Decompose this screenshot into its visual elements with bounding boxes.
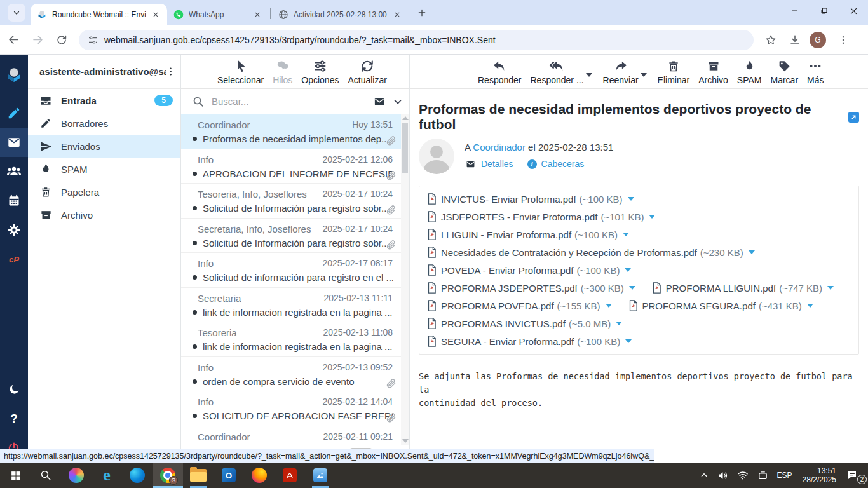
- new-tab-button[interactable]: [414, 4, 430, 21]
- help-button[interactable]: ?: [0, 404, 28, 433]
- restore-button[interactable]: [810, 0, 839, 22]
- scroll-up-icon[interactable]: [402, 116, 409, 120]
- list-scrollbar[interactable]: [401, 114, 409, 445]
- message-row[interactable]: Info2025-02-13 09:52 orden de compra ser…: [181, 357, 409, 392]
- tab-whatsapp[interactable]: WhatsApp: [167, 4, 269, 25]
- spam-button[interactable]: SPAM: [737, 59, 762, 85]
- attachment-menu-icon[interactable]: [625, 339, 632, 343]
- attachment-item[interactable]: Necesidades de Contratación y Recepción …: [427, 243, 755, 261]
- message-row[interactable]: CoordinadorHoy 13:51 Proformas de necesi…: [181, 114, 409, 149]
- back-button[interactable]: [3, 29, 24, 51]
- display-connect-icon[interactable]: [753, 463, 773, 488]
- mark-button[interactable]: Marcar: [771, 59, 799, 85]
- attachment-item[interactable]: INVICTUS- Enviar Proforma.pdf(~100 KB): [427, 190, 634, 208]
- message-row[interactable]: Info2025-02-12 14:04 SOLICITUD DE APROBA…: [181, 391, 409, 426]
- profile-avatar[interactable]: G: [810, 32, 826, 48]
- attachment-menu-icon[interactable]: [649, 215, 655, 219]
- folder-papelera[interactable]: Papelera: [28, 180, 180, 203]
- attachment-item[interactable]: PROFORMA JSDEPORTES.pdf(~300 KB): [427, 279, 635, 297]
- attachment-item[interactable]: JSDEPORTES - Enviar Proforma.pdf(~101 KB…: [427, 208, 655, 226]
- firefox-button[interactable]: [244, 463, 275, 488]
- edge-button[interactable]: [122, 463, 153, 488]
- outlook-button[interactable]: O: [214, 463, 244, 488]
- search-input[interactable]: [212, 96, 372, 107]
- forward-button[interactable]: [27, 29, 48, 51]
- attachment-menu-icon[interactable]: [807, 304, 813, 308]
- reply-button[interactable]: Responder: [478, 59, 522, 85]
- message-row[interactable]: Tesoreria, Info, Joseflores2025-02-17 10…: [181, 184, 409, 219]
- message-row[interactable]: Tesoreria2025-02-13 11:08 link de inform…: [181, 322, 409, 357]
- clock[interactable]: 13:51 28/2/2025: [797, 466, 842, 484]
- tab-roundcube[interactable]: Roundcube Webmail :: Enviados: [31, 4, 167, 25]
- dark-mode-button[interactable]: [0, 375, 28, 404]
- attachment-menu-icon[interactable]: [606, 304, 612, 308]
- tray-chevron-icon[interactable]: [695, 463, 713, 488]
- forward-caret-icon[interactable]: [641, 73, 647, 77]
- search-options-chevron-icon[interactable]: [393, 97, 403, 107]
- tab-close-icon[interactable]: [151, 10, 161, 20]
- attachment-menu-icon[interactable]: [827, 286, 834, 290]
- mail-nav-button[interactable]: [0, 128, 28, 157]
- attachment-item[interactable]: PROFORMA POVEDA.pdf(~155 KB): [427, 297, 612, 315]
- threads-button[interactable]: Hilos: [273, 59, 292, 85]
- contacts-nav-button[interactable]: [0, 157, 28, 186]
- attachment-menu-icon[interactable]: [628, 197, 634, 201]
- open-in-new-window-icon[interactable]: [848, 112, 859, 123]
- wifi-icon[interactable]: [733, 463, 753, 488]
- headers-toggle[interactable]: i Cabeceras: [527, 159, 585, 169]
- bookmark-star-icon[interactable]: [760, 29, 782, 51]
- recipient-link[interactable]: Coordinador: [473, 142, 526, 152]
- more-button[interactable]: Más: [807, 59, 824, 85]
- folder-entrada[interactable]: Entrada 5: [28, 89, 180, 112]
- tab-actividad[interactable]: Actividad 2025-02-28 13:00:00: [272, 4, 409, 25]
- cpanel-button[interactable]: cP: [0, 245, 28, 274]
- reload-button[interactable]: [51, 29, 72, 51]
- reply-all-caret-icon[interactable]: [586, 73, 592, 77]
- attachment-menu-icon[interactable]: [749, 250, 755, 254]
- attachment-item[interactable]: PROFORMA LLIGUIN.pdf(~747 KB): [652, 279, 834, 297]
- start-button[interactable]: [0, 463, 31, 488]
- file-explorer-button[interactable]: [183, 463, 214, 488]
- folder-borradores[interactable]: Borradores: [28, 112, 180, 135]
- scroll-down-icon[interactable]: [402, 439, 409, 443]
- chrome-button[interactable]: G: [153, 463, 183, 488]
- acrobat-button[interactable]: [275, 463, 305, 488]
- volume-icon[interactable]: [713, 463, 733, 488]
- internet-explorer-button[interactable]: e: [92, 463, 122, 488]
- attachment-menu-icon[interactable]: [625, 268, 631, 272]
- attachment-menu-icon[interactable]: [629, 286, 635, 290]
- copilot-button[interactable]: [61, 463, 92, 488]
- calendar-nav-button[interactable]: [0, 186, 28, 215]
- message-row[interactable]: Coordinador2025-02-11 09:21: [181, 426, 409, 445]
- tab-close-icon[interactable]: [392, 10, 402, 20]
- search-scope-mail-icon[interactable]: [372, 96, 386, 107]
- message-row[interactable]: Secretaria, Info, Joseflores2025-02-17 1…: [181, 219, 409, 254]
- tab-close-icon[interactable]: [252, 10, 262, 20]
- compose-button[interactable]: [0, 98, 28, 128]
- details-toggle[interactable]: Detalles: [465, 159, 513, 169]
- attachment-item[interactable]: LLIGUIN - Enviar Proforma.pdf(~100 KB): [427, 226, 629, 243]
- message-row[interactable]: Info2025-02-21 12:06 APROBACION DEL INFO…: [181, 149, 409, 184]
- options-button[interactable]: Opciones: [301, 59, 339, 85]
- delete-button[interactable]: Eliminar: [658, 59, 690, 85]
- url-bar[interactable]: webmail.sanjuan.gob.ec/cpsess1425729135/…: [79, 30, 754, 50]
- attachment-item[interactable]: POVEDA - Enviar Proforma.pdf(~100 KB): [427, 261, 631, 279]
- close-window-button[interactable]: [839, 0, 868, 22]
- browser-menu-icon[interactable]: [832, 29, 854, 51]
- minimize-button[interactable]: [780, 0, 810, 22]
- tab-search-button[interactable]: [8, 4, 25, 22]
- refresh-button[interactable]: Actualizar: [348, 59, 386, 85]
- folder-enviados[interactable]: Enviados: [28, 135, 180, 158]
- reply-all-button[interactable]: Responder ...: [531, 59, 584, 85]
- folder-archivo[interactable]: Archivo: [28, 203, 180, 226]
- attachment-item[interactable]: SEGURA - Enviar Proforma.pdf(~100 KB): [427, 332, 632, 350]
- message-row[interactable]: Secretaria2025-02-13 11:11 link de infor…: [181, 288, 409, 323]
- scrollbar-thumb[interactable]: [402, 123, 408, 173]
- attachment-item[interactable]: PROFORMAS INVICTUS.pdf(~5.0 MB): [427, 315, 622, 332]
- message-row[interactable]: Info2025-02-17 08:17 Solicitud de inform…: [181, 253, 409, 288]
- attachment-menu-icon[interactable]: [616, 322, 622, 325]
- downloads-icon[interactable]: [784, 29, 806, 51]
- attachment-menu-icon[interactable]: [623, 233, 629, 236]
- forward-button[interactable]: Reenviar: [603, 59, 639, 85]
- language-indicator[interactable]: ESP: [773, 463, 797, 488]
